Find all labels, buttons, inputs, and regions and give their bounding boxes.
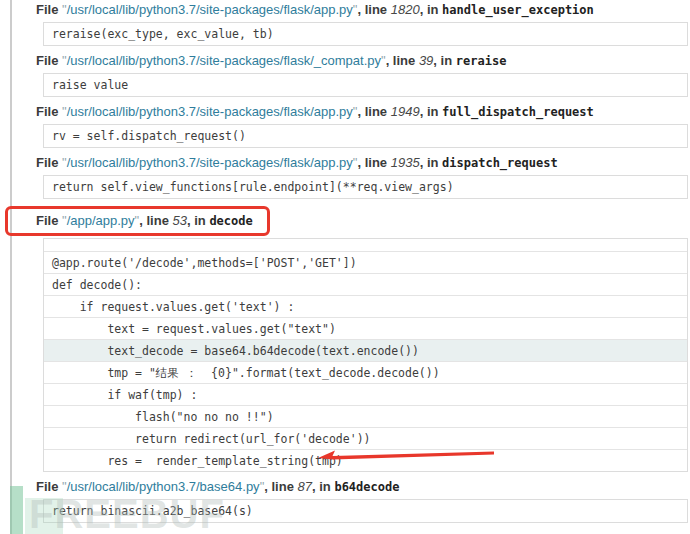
file-path: /app/app.py — [67, 213, 135, 228]
line-label: line — [271, 479, 293, 494]
source-code-box: reraise(exc_type, exc_value, tb) — [43, 22, 688, 46]
traceback-frame: File "/usr/local/lib/python3.7/site-pack… — [0, 104, 690, 148]
file-path: /usr/local/lib/python3.7/site-packages/f… — [67, 53, 381, 68]
code-line: return redirect(url_for('decode')) — [44, 427, 687, 449]
file-label: File — [36, 104, 58, 119]
frame-header: File "/usr/local/lib/python3.7/site-pack… — [36, 155, 688, 171]
frame-header: File "/usr/local/lib/python3.7/site-pack… — [36, 2, 688, 18]
file-path: /usr/local/lib/python3.7/site-packages/f… — [67, 155, 353, 170]
traceback-frame: File "/usr/local/lib/python3.7/site-pack… — [0, 2, 690, 46]
file-label: File — [36, 53, 58, 68]
in-label: in — [319, 479, 331, 494]
source-code-box: raise value — [43, 73, 688, 97]
line-label: line — [365, 104, 387, 119]
function-name: reraise — [456, 54, 507, 68]
code-line: if request.values.get('text') : — [44, 295, 687, 317]
close-quote: " — [260, 479, 265, 494]
function-name: decode — [209, 214, 252, 228]
file-label: File — [36, 213, 58, 228]
function-name: dispatch_request — [442, 156, 558, 170]
code-line: def decode(): — [44, 273, 687, 295]
file-label: File — [36, 155, 58, 170]
code-line: return binascii.a2b_base64(s) — [44, 500, 687, 522]
function-name: b64decode — [334, 480, 399, 494]
close-quote: " — [135, 213, 140, 228]
code-line: if waf(tmp) : — [44, 383, 687, 405]
code-line: text = request.values.get("text") — [44, 317, 687, 339]
file-path: /usr/local/lib/python3.7/site-packages/f… — [67, 104, 353, 119]
in-label: in — [427, 2, 439, 17]
code-line: reraise(exc_type, exc_value, tb) — [44, 23, 687, 45]
traceback-container: File "/usr/local/lib/python3.7/site-pack… — [0, 0, 690, 523]
file-label: File — [36, 2, 58, 17]
traceback-frame: File "/usr/local/lib/python3.7/base64.py… — [0, 479, 690, 523]
source-code-box: return binascii.a2b_base64(s) — [43, 499, 688, 523]
function-name: handle_user_exception — [442, 3, 594, 17]
code-line: rv = self.dispatch_request() — [44, 125, 687, 147]
file-path: /usr/local/lib/python3.7/base64.py — [67, 479, 260, 494]
line-number: 1935 — [391, 155, 420, 170]
code-line: text_decode = base64.b64decode(text.enco… — [44, 339, 687, 361]
line-number: 87 — [298, 479, 312, 494]
code-line: raise value — [44, 74, 687, 96]
function-name: full_dispatch_request — [442, 105, 594, 119]
code-line-arrow-target: res = render_template_string(tmp) — [44, 449, 687, 471]
source-code-box: return self.view_functions[rule.endpoint… — [43, 175, 688, 199]
frame-header: File "/usr/local/lib/python3.7/site-pack… — [36, 104, 688, 120]
line-label: line — [146, 213, 168, 228]
code-line: @app.route('/decode',methods=['POST','GE… — [44, 251, 687, 273]
frame-header: File "/usr/local/lib/python3.7/base64.py… — [36, 479, 688, 495]
line-label: line — [365, 155, 387, 170]
in-label: in — [194, 213, 206, 228]
line-label: line — [365, 2, 387, 17]
line-number: 39 — [419, 53, 433, 68]
close-quote: " — [353, 2, 358, 17]
close-quote: " — [353, 155, 358, 170]
in-label: in — [427, 104, 439, 119]
file-label: File — [36, 479, 58, 494]
traceback-frame: File "/usr/local/lib/python3.7/site-pack… — [0, 155, 690, 199]
code-line: flash("no no no !!") — [44, 405, 687, 427]
code-line: tmp = "结果 ： {0}".format(text_decode.deco… — [44, 361, 687, 383]
code-line — [44, 239, 687, 251]
in-label: in — [427, 155, 439, 170]
line-number: 1820 — [391, 2, 420, 17]
traceback-frame: File "/app/app.py", line 53, in decode@a… — [0, 206, 690, 472]
close-quote: " — [353, 104, 358, 119]
source-code-box: rv = self.dispatch_request() — [43, 124, 688, 148]
frame-header: File "/app/app.py", line 53, in decode — [36, 213, 253, 229]
close-quote: " — [381, 53, 386, 68]
traceback-frame: File "/usr/local/lib/python3.7/site-pack… — [0, 53, 690, 97]
red-highlight-box: File "/app/app.py", line 53, in decode — [5, 206, 270, 236]
in-label: in — [441, 53, 453, 68]
file-path: /usr/local/lib/python3.7/site-packages/f… — [67, 2, 353, 17]
line-number: 1949 — [391, 104, 420, 119]
source-code-box: @app.route('/decode',methods=['POST','GE… — [43, 238, 688, 472]
frame-header: File "/usr/local/lib/python3.7/site-pack… — [36, 53, 688, 69]
line-number: 53 — [173, 213, 187, 228]
code-line: return self.view_functions[rule.endpoint… — [44, 176, 687, 198]
line-label: line — [393, 53, 415, 68]
